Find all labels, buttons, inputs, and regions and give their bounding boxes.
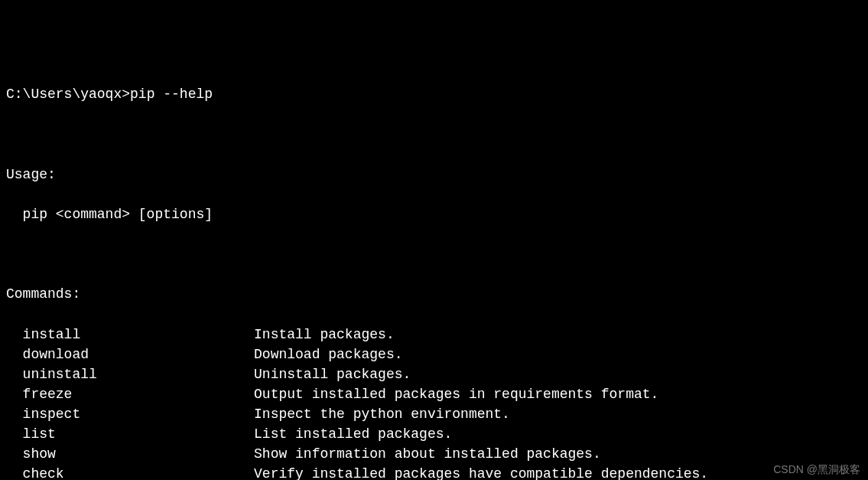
commands-list: installInstall packages.downloadDownload…	[6, 325, 862, 481]
command-name: uninstall	[6, 364, 254, 384]
prompt-line: C:\Users\yaoqx>pip --help	[6, 84, 862, 104]
command-row: installInstall packages.	[6, 325, 862, 344]
blank-line	[6, 244, 862, 264]
command-name: install	[6, 325, 254, 344]
command-name: inspect	[6, 404, 254, 424]
commands-header: Commands:	[6, 284, 862, 304]
command-row: uninstallUninstall packages.	[6, 364, 862, 384]
command-desc: Download packages.	[254, 344, 862, 364]
usage-header: Usage:	[6, 165, 862, 184]
command-desc: Inspect the python environment.	[254, 404, 862, 424]
command-desc: Verify installed packages have compatibl…	[254, 464, 862, 480]
command-row: showShow information about installed pac…	[6, 444, 862, 464]
command-name: download	[6, 344, 254, 364]
command-row: downloadDownload packages.	[6, 344, 862, 364]
command-row: checkVerify installed packages have comp…	[6, 464, 862, 480]
watermark: CSDN @黑洞极客	[773, 462, 860, 477]
command-desc: List installed packages.	[254, 424, 862, 444]
command-name: freeze	[6, 384, 254, 404]
command-name: list	[6, 424, 254, 444]
command-row: inspectInspect the python environment.	[6, 404, 862, 424]
usage-line: pip <command> [options]	[6, 204, 862, 224]
command-row: listList installed packages.	[6, 424, 862, 444]
command-desc: Uninstall packages.	[254, 364, 862, 384]
command-name: check	[6, 464, 254, 480]
command-desc: Install packages.	[254, 325, 862, 344]
command-row: freezeOutput installed packages in requi…	[6, 384, 862, 404]
blank-line	[6, 125, 862, 145]
command-name: show	[6, 444, 254, 464]
command-desc: Output installed packages in requirement…	[254, 384, 862, 404]
command-desc: Show information about installed package…	[254, 444, 862, 464]
